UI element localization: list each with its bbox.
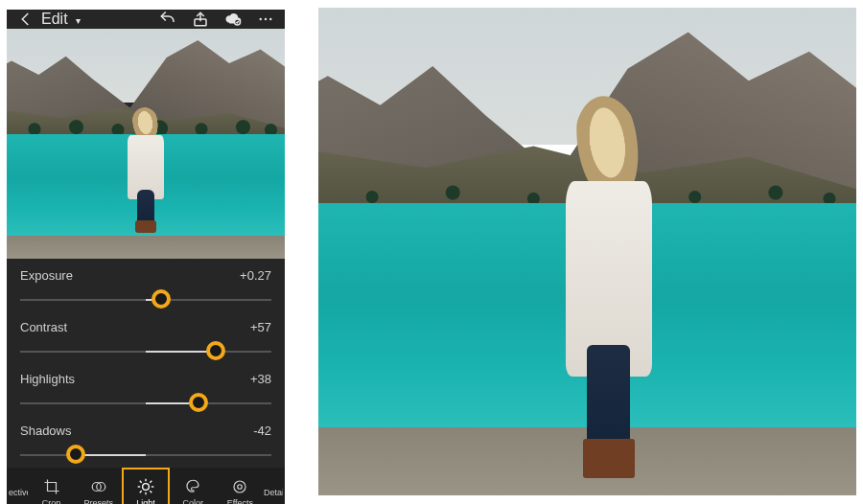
toolbar-edge-left[interactable]: ective	[9, 488, 28, 497]
slider-value: +38	[250, 372, 271, 386]
slider-value: +0.27	[240, 268, 271, 283]
cloud-sync-icon[interactable]	[223, 10, 243, 29]
tool-color[interactable]: Color	[170, 468, 217, 504]
tool-light[interactable]: Light	[122, 468, 169, 504]
slider-thumb[interactable]	[66, 445, 85, 464]
chevron-down-icon: ▾	[76, 15, 81, 26]
svg-line-13	[150, 491, 152, 493]
slider-label: Contrast	[20, 320, 67, 334]
lightroom-mobile-app: Edit ▾	[7, 10, 285, 504]
back-icon[interactable]	[16, 10, 35, 29]
toolbar-edge-right[interactable]: Detai	[264, 488, 283, 497]
slider-track[interactable]	[20, 402, 271, 404]
slider-value: -42	[253, 424, 271, 438]
undo-icon[interactable]	[158, 10, 177, 29]
tool-label: Light	[136, 498, 155, 504]
slider-label: Highlights	[20, 372, 75, 386]
share-icon[interactable]	[191, 10, 210, 29]
bottom-toolbar: ective Crop Presets Light Color Effects	[7, 468, 285, 504]
photo-preview[interactable]	[7, 29, 285, 259]
effects-icon	[230, 477, 249, 496]
mode-label: Edit	[41, 11, 68, 27]
shadows-slider[interactable]: Shadows -42	[20, 424, 271, 468]
presets-icon	[89, 477, 108, 496]
tool-label: Color	[182, 498, 203, 504]
slider-value: +57	[250, 320, 271, 334]
highlights-slider[interactable]: Highlights +38	[20, 372, 271, 416]
svg-point-7	[143, 484, 150, 491]
exposure-slider[interactable]: Exposure +0.27	[20, 268, 271, 312]
mode-dropdown[interactable]: Edit ▾	[41, 11, 81, 28]
contrast-slider[interactable]: Contrast +57	[20, 320, 271, 364]
tool-label: Presets	[84, 498, 114, 504]
svg-point-16	[234, 481, 245, 493]
slider-track[interactable]	[20, 351, 271, 353]
slider-track[interactable]	[20, 454, 271, 456]
slider-thumb[interactable]	[152, 289, 171, 309]
svg-line-15	[150, 481, 152, 483]
crop-icon	[42, 477, 61, 496]
light-icon	[136, 477, 155, 496]
more-icon[interactable]	[256, 10, 275, 29]
slider-thumb[interactable]	[206, 341, 225, 360]
tool-label: Effects	[227, 498, 253, 504]
light-sliders-panel: Exposure +0.27 Contrast +57 Highlights +…	[7, 259, 285, 468]
svg-line-14	[140, 491, 142, 493]
reference-image	[318, 8, 856, 495]
svg-point-17	[238, 485, 243, 490]
svg-point-2	[260, 18, 262, 20]
tool-crop[interactable]: Crop	[28, 468, 75, 504]
preview-image	[7, 29, 285, 259]
tool-presets[interactable]: Presets	[75, 468, 122, 504]
tool-effects[interactable]: Effects	[217, 468, 264, 504]
tool-label: Crop	[42, 498, 61, 504]
slider-track[interactable]	[20, 299, 271, 301]
slider-label: Exposure	[20, 268, 73, 283]
slider-label: Shadows	[20, 424, 71, 438]
svg-point-4	[269, 18, 271, 20]
svg-point-3	[265, 18, 267, 20]
top-bar: Edit ▾	[7, 10, 285, 29]
svg-line-12	[140, 481, 142, 483]
color-icon	[183, 477, 202, 496]
slider-thumb[interactable]	[189, 393, 208, 412]
